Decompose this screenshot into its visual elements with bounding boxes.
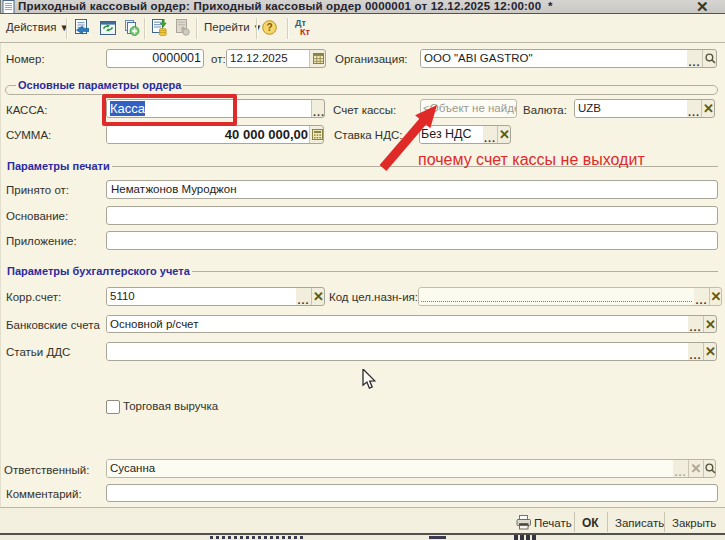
svg-text:?: ? <box>266 22 272 33</box>
